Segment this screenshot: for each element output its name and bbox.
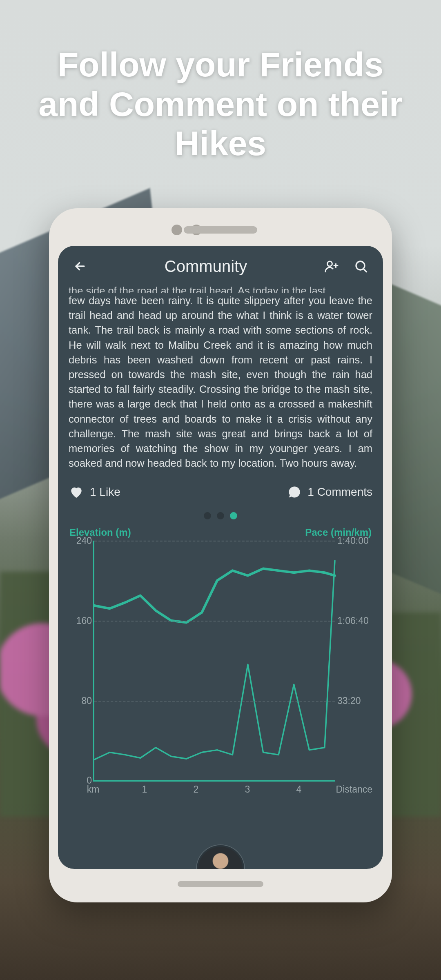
likes-count: 1 Like [90, 486, 120, 499]
carousel-dot[interactable] [204, 512, 211, 519]
y-right-tick: 1:06:40 [337, 615, 374, 626]
device-camera-dot [172, 225, 182, 235]
engagement-bar: 1 Like 1 Comments [69, 484, 372, 500]
heart-icon [69, 484, 84, 500]
next-post-avatar[interactable] [197, 845, 244, 869]
svg-point-0 [327, 261, 332, 266]
carousel-dot[interactable] [217, 512, 224, 519]
comments-button[interactable]: 1 Comments [287, 485, 372, 499]
y-right-tick: 33:20 [337, 695, 374, 706]
x-tick: 1 [142, 784, 147, 795]
x-tick: 3 [245, 784, 250, 795]
y-right-tick: 1:40:00 [337, 535, 374, 546]
page-title: Community [165, 257, 247, 276]
x-axis-ticks: km Distance 1234 [93, 782, 335, 798]
search-icon [354, 259, 368, 274]
add-friend-button[interactable] [322, 256, 341, 276]
comment-icon [287, 485, 302, 499]
post-content: the side of the road at the trail head. … [58, 283, 383, 798]
device-earpiece [184, 226, 257, 234]
user-plus-icon [324, 259, 339, 274]
promo-headline: Follow your Friends and Comment on their… [0, 45, 441, 163]
device-speaker-bottom [178, 881, 263, 887]
x-axis-unit: km [87, 784, 100, 795]
like-button[interactable]: 1 Like [69, 484, 120, 500]
carousel-dots[interactable] [69, 512, 372, 519]
post-body[interactable]: the side of the road at the trail head. … [69, 283, 372, 470]
app-header: Community [58, 246, 383, 281]
x-axis-label: Distance [336, 784, 372, 795]
post-body-clipped-line: the side of the road at the trail head. … [69, 283, 372, 293]
app-screen: Community the side of the road at the tr… [58, 246, 383, 869]
back-button[interactable] [70, 256, 90, 276]
y-left-tick: 240 [70, 535, 92, 546]
arrow-left-icon [73, 259, 87, 273]
chart-svg [94, 541, 335, 780]
comments-count: 1 Comments [307, 486, 372, 499]
post-body-text: few days have been rainy. It is quite sl… [69, 295, 372, 469]
svg-point-1 [356, 261, 365, 270]
search-button[interactable] [351, 256, 371, 276]
carousel-dot-active[interactable] [230, 512, 237, 519]
x-tick: 4 [296, 784, 301, 795]
chart-plot-area: 08016024033:201:06:401:40:00 [93, 541, 335, 782]
x-tick: 2 [194, 784, 199, 795]
elevation-pace-chart[interactable]: Elevation (m) Pace (min/km) 08016024033:… [69, 527, 372, 798]
device-frame: Community the side of the road at the tr… [49, 208, 392, 902]
y-left-tick: 80 [70, 695, 92, 706]
y-left-tick: 160 [70, 615, 92, 626]
